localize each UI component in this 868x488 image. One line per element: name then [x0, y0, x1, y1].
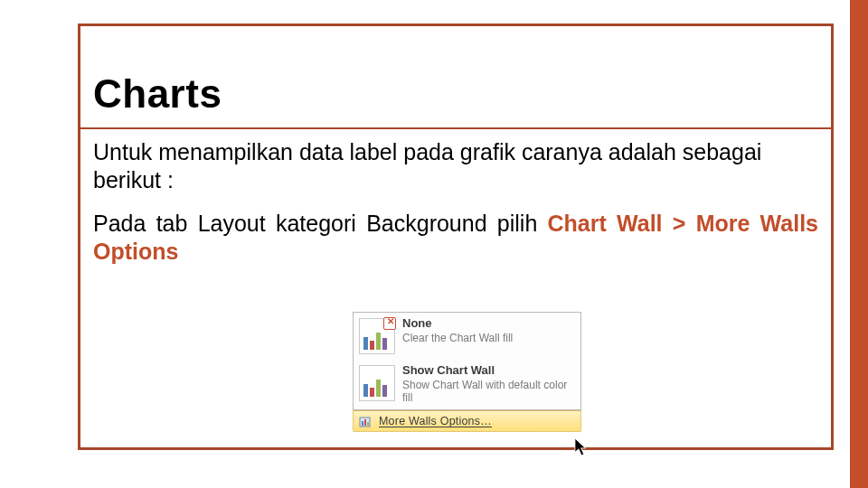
dropdown-item-none-title: None	[402, 316, 573, 331]
slide: Charts Untuk menampilkan data label pada…	[0, 0, 868, 488]
dropdown-item-none-desc: Clear the Chart Wall fill	[402, 332, 573, 344]
dropdown-item-show-desc: Show Chart Wall with default color fill	[402, 379, 573, 405]
title-rule	[80, 127, 831, 129]
cursor-icon	[574, 437, 590, 457]
body-text: Untuk menampilkan data label pada grafik…	[93, 138, 818, 265]
dropdown-item-more-options[interactable]: More Walls Options…	[353, 410, 581, 432]
dropdown-item-none[interactable]: None Clear the Chart Wall fill	[354, 313, 580, 360]
chart-wall-dropdown: None Clear the Chart Wall fill Show Char…	[353, 312, 581, 432]
chart-wall-none-icon	[359, 318, 395, 354]
slide-title: Charts	[93, 71, 222, 117]
accent-sidebar	[850, 0, 868, 488]
svg-rect-2	[364, 419, 366, 426]
dropdown-item-more-label: More Walls Options…	[379, 415, 492, 427]
paragraph-2: Pada tab Layout kategori Background pili…	[93, 210, 818, 265]
dropdown-item-show[interactable]: Show Chart Wall Show Chart Wall with def…	[354, 360, 580, 409]
dropdown-panel: None Clear the Chart Wall fill Show Char…	[353, 312, 581, 410]
paragraph-1: Untuk menampilkan data label pada grafik…	[93, 138, 818, 193]
paragraph-2-text: Pada tab Layout kategori Background pili…	[93, 211, 548, 236]
content-frame: Charts Untuk menampilkan data label pada…	[78, 23, 834, 450]
dropdown-item-show-title: Show Chart Wall	[402, 363, 573, 378]
svg-rect-1	[362, 421, 363, 426]
chart-wall-show-icon	[359, 365, 395, 401]
more-walls-icon	[359, 415, 373, 429]
svg-rect-3	[367, 422, 369, 426]
